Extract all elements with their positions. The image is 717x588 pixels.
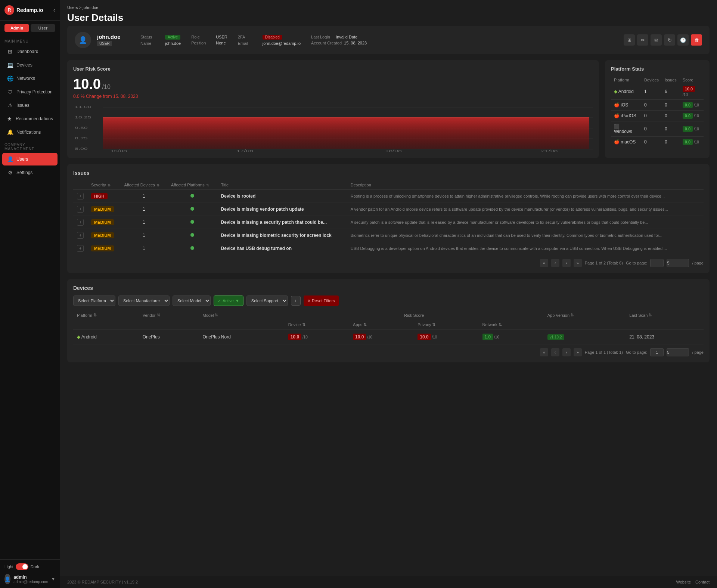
issue-severity: HIGH	[87, 190, 121, 203]
collapse-icon[interactable]: ‹	[53, 7, 55, 13]
action-email-button[interactable]: ✉	[651, 34, 662, 46]
user-mode-button[interactable]: User	[31, 24, 55, 32]
expand-button-2[interactable]: +	[77, 219, 84, 226]
sidebar-item-label-notifications: Notifications	[16, 130, 41, 135]
issue-expand[interactable]: +	[73, 216, 87, 229]
logo-icon: R	[4, 5, 14, 15]
theme-toggle-switch[interactable]	[16, 563, 28, 570]
devices-panel: Devices Select Platform Select Manufactu…	[67, 279, 710, 362]
affected-devices-sort[interactable]: Affected Devices ⇅	[124, 183, 159, 187]
devices-per-page-input[interactable]	[667, 348, 689, 356]
dev-app-version: v1.19.2	[544, 330, 626, 344]
expand-button-3[interactable]: +	[77, 232, 84, 239]
ps-devices: 0	[641, 100, 662, 111]
sidebar-item-dashboard[interactable]: ⊞ Dashboard	[2, 45, 58, 58]
issue-expand[interactable]: +	[73, 229, 87, 242]
model-filter[interactable]: Select Model	[173, 295, 211, 306]
reset-filters-button[interactable]: ✕ Reset Filters	[304, 295, 339, 306]
content-area: 👤 john.doe USER Status Active Name john.…	[60, 26, 717, 576]
devices-page-input[interactable]	[650, 348, 664, 356]
svg-text:17/08: 17/08	[236, 149, 253, 152]
sidebar-item-privacy[interactable]: 🛡 Privacy Protection	[2, 86, 58, 98]
platform-filter[interactable]: Select Platform	[73, 295, 115, 306]
expand-button-1[interactable]: +	[77, 206, 84, 213]
dev-page-next-button[interactable]: ›	[562, 348, 571, 356]
devices-section-title: Devices	[73, 285, 704, 291]
issue-expand[interactable]: +	[73, 190, 87, 203]
dev-page-first-button[interactable]: «	[540, 348, 548, 356]
dev-sub-network: Network ⇅	[479, 320, 544, 330]
add-filter-button[interactable]: +	[291, 296, 301, 306]
breadcrumb-parent[interactable]: Users	[67, 5, 78, 10]
toggle-knob	[22, 564, 28, 569]
manufacturer-filter[interactable]: Select Manufacturer	[118, 295, 170, 306]
risk-change: 0.0 % Change from 15. 08. 2023	[73, 94, 593, 99]
status-filter-active[interactable]: ✓ Active ▼	[214, 295, 243, 306]
ps-issues: 0	[662, 137, 680, 148]
sort-icon-2: ⇅	[156, 183, 159, 187]
page-first-button[interactable]: «	[540, 259, 548, 267]
issue-expand[interactable]: +	[73, 242, 87, 255]
issue-description: USB Debugging is a developer option on A…	[347, 242, 704, 255]
sidebar-item-settings[interactable]: ⚙ Settings	[2, 166, 58, 179]
page-last-button[interactable]: »	[574, 259, 582, 267]
sidebar-item-users[interactable]: 👤 Users	[2, 153, 58, 165]
sidebar-item-devices[interactable]: 💻 Devices	[2, 59, 58, 71]
risk-score-display: 10.0 /10	[73, 76, 593, 92]
issues-page-info: Page 1 of 2 (Total: 6)	[585, 261, 623, 265]
admin-mode-button[interactable]: Admin	[4, 24, 29, 32]
user-card: 👤 john.doe USER Status Active Name john.…	[67, 26, 710, 54]
risk-score-value: 10.0	[73, 76, 101, 92]
avatar: 👤	[4, 574, 10, 584]
issue-expand[interactable]: +	[73, 203, 87, 216]
footer-website-link[interactable]: Website	[676, 580, 691, 584]
dev-score-device: 10.0 /10	[285, 330, 349, 344]
dev-col-vendor: Vendor ⇅	[139, 310, 199, 320]
expand-button-4[interactable]: +	[77, 245, 84, 252]
issues-icon: ⚠	[7, 102, 13, 108]
page-next-button[interactable]: ›	[562, 259, 571, 267]
col-affected-devices: Affected Devices ⇅	[121, 180, 168, 190]
platform-stats-row: 🍎 iPadOS 0 0 0.0 /10	[611, 111, 704, 121]
issues-page-input[interactable]: 1	[650, 259, 664, 267]
dev-page-prev-button[interactable]: ‹	[551, 348, 559, 356]
sidebar-item-networks[interactable]: 🌐 Networks	[2, 72, 58, 85]
severity-sort[interactable]: Severity ⇅	[91, 183, 111, 187]
action-clock-button[interactable]: 🕐	[677, 34, 689, 46]
affected-platforms-sort[interactable]: Affected Platforms ⇅	[171, 183, 209, 187]
dev-sub-privacy: Privacy ⇅	[414, 320, 478, 330]
admin-profile[interactable]: 👤 admin admin@redamp.com ▼	[4, 574, 55, 584]
admin-name: admin	[13, 575, 48, 580]
dev-page-last-button[interactable]: »	[574, 348, 582, 356]
issue-row: + HIGH 1 Device is rooted Rooting is a p…	[73, 190, 704, 203]
issue-affected-devices: 1	[121, 242, 168, 255]
dark-label: Dark	[31, 564, 39, 569]
app-version-badge: v1.19.2	[547, 334, 564, 340]
meta-group-role: Role USER Position None	[191, 35, 227, 46]
action-edit-button[interactable]: ✏	[637, 34, 648, 46]
role-row: Role USER	[191, 35, 227, 39]
sidebar-item-recommendations[interactable]: ★ Recommendations	[2, 112, 58, 125]
issue-affected-platforms	[167, 190, 217, 203]
ps-platform: ◆ Android	[611, 84, 641, 100]
company-management-label: COMPANY MANAGEMENT	[0, 139, 60, 152]
dev-col-app-version: App Version ⇅	[544, 310, 626, 320]
issues-per-page-input[interactable]	[667, 259, 689, 267]
action-grid-button[interactable]: ⊞	[624, 34, 635, 46]
sidebar-item-notifications[interactable]: 🔔 Notifications	[2, 126, 58, 139]
sidebar-item-issues[interactable]: ⚠ Issues	[2, 99, 58, 112]
ps-score: 0.0 /10	[680, 100, 704, 111]
footer-contact-link[interactable]: Contact	[695, 580, 710, 584]
filter-check-icon: ✓	[218, 298, 221, 303]
support-filter[interactable]: Select Support	[246, 295, 288, 306]
action-refresh-button[interactable]: ↻	[664, 34, 675, 46]
sort-icon-appversion: ⇅	[571, 313, 574, 318]
action-delete-button[interactable]: 🗑	[691, 34, 702, 46]
devices-per-page-label: / page	[692, 350, 704, 355]
expand-button-0[interactable]: +	[77, 193, 84, 199]
issues-title: Issues	[73, 170, 704, 176]
account-created-row: Account Created 15. 08. 2023	[311, 41, 367, 45]
admin-email: admin@redamp.com	[13, 580, 48, 584]
ps-score: 0.0 /10	[680, 121, 704, 137]
page-prev-button[interactable]: ‹	[551, 259, 559, 267]
